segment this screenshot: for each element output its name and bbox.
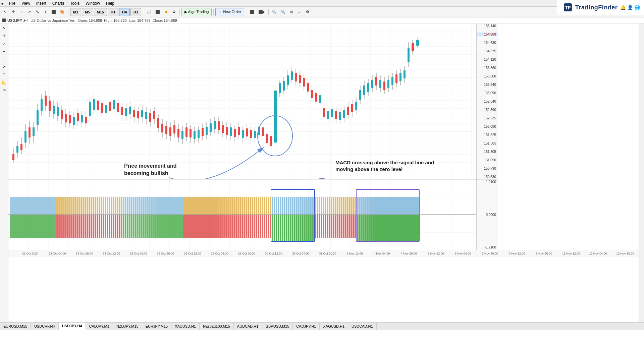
indicator-btn[interactable]: ⬛ [50, 8, 58, 16]
text-tool[interactable]: T [42, 8, 49, 16]
chart-main[interactable]: Price movement and becoming bullish MACD… [8, 23, 498, 179]
svg-rect-229 [379, 80, 381, 88]
svg-rect-546 [280, 197, 281, 215]
svg-rect-637 [377, 197, 379, 215]
tf-m15[interactable]: M15 [94, 8, 107, 16]
menu-file[interactable]: File [6, 1, 18, 6]
tf-m1[interactable]: M1 [70, 8, 81, 16]
svg-rect-129 [177, 129, 179, 137]
tab-cadjpy-h1[interactable]: CADJPY,H1 [293, 323, 320, 330]
chart-style-btn[interactable]: ⬛ [154, 8, 162, 16]
tab-usdcad-h1[interactable]: USDCAD,H1 [348, 323, 377, 330]
svg-rect-559 [306, 197, 308, 215]
lt-vline[interactable]: | [1, 56, 7, 62]
lt-arrow[interactable]: ↗ [1, 63, 7, 70]
line-tool[interactable]: ⟋ [17, 8, 25, 16]
sep5 [246, 9, 246, 15]
crosshair-tool[interactable]: ✛ [9, 8, 17, 16]
algo-trading-btn[interactable]: ▶ Algo Trading [181, 8, 212, 16]
svg-rect-468 [213, 197, 215, 215]
lt-text[interactable]: T [1, 71, 7, 78]
menu-view[interactable]: View [19, 1, 33, 6]
svg-rect-462 [201, 197, 203, 215]
chart-view-btn[interactable]: ⬛▸ [257, 8, 267, 16]
lt-cursor[interactable]: ↖ [1, 25, 7, 32]
tab-audcad-h1[interactable]: AUDCAD,H1 [234, 323, 262, 330]
time-label-17: 6 Nov 20:00 [476, 252, 503, 255]
color-btn[interactable]: 🎨 [58, 8, 66, 16]
arrow-tool[interactable]: ↗ [25, 8, 33, 16]
svg-rect-123 [165, 126, 167, 134]
svg-rect-312 [26, 215, 28, 238]
svg-rect-344 [91, 197, 92, 215]
svg-rect-315 [32, 215, 34, 238]
svg-rect-506 [201, 215, 203, 238]
time-label-7: 29 Oct 04:00 [206, 252, 233, 255]
svg-rect-531 [252, 215, 253, 238]
cursor-tool[interactable]: ↖ [1, 8, 9, 16]
svg-rect-624 [353, 215, 355, 238]
price-level-11: 152.590 [477, 108, 497, 112]
svg-rect-195 [311, 90, 313, 98]
lt-fib[interactable]: 📐 [1, 79, 7, 86]
chart-type-btn[interactable]: 📊 [145, 8, 153, 16]
tab-usdjpy-h4[interactable]: USDJPY,H4 [59, 323, 86, 330]
svg-rect-121 [161, 124, 163, 132]
tab-gbpusd-m15[interactable]: GBPUSD,M15 [262, 323, 293, 330]
zoom-out-btn[interactable]: 🔍 [279, 8, 287, 16]
tab-nzdjpy-m15[interactable]: NZDJPY,M15 [113, 323, 142, 330]
menu-tools[interactable]: Tools [67, 1, 82, 6]
svg-rect-370 [78, 215, 80, 238]
grid-btn[interactable]: ⊞ [288, 8, 295, 16]
svg-rect-438 [153, 215, 155, 238]
tf-m5[interactable]: M5 [82, 8, 93, 16]
tab-cadjpy-m1[interactable]: CADJPY,M1 [86, 323, 113, 330]
tab-eurjpy-m15[interactable]: EURJPY,M15 [142, 323, 171, 330]
svg-rect-431 [139, 215, 141, 238]
properties-btn[interactable]: ⚙ [304, 8, 311, 16]
lt-hline[interactable]: ─ [1, 48, 7, 55]
svg-rect-65 [49, 101, 51, 111]
time-label-12: 1 Nov 12:00 [341, 252, 368, 255]
svg-rect-283 [14, 197, 16, 215]
expert-btn[interactable]: ⚙ [170, 8, 178, 16]
tab-xauusd-h1[interactable]: XAUUSD,H1 [171, 323, 200, 330]
svg-rect-329 [60, 197, 62, 215]
menu-insert[interactable]: Insert [34, 1, 49, 6]
new-order-btn[interactable]: ＋ New Order [215, 8, 244, 16]
tf-d1[interactable]: D1 [130, 8, 141, 16]
tab-eurusd-m15[interactable]: EURUSD,M15 [0, 323, 31, 330]
lt-rect[interactable]: ▭ [1, 87, 7, 93]
zoom-in-btn[interactable]: 🔍 [270, 8, 278, 16]
draw-tool[interactable]: ✎ [34, 8, 41, 16]
svg-rect-319 [40, 215, 42, 238]
menu-help[interactable]: Help [103, 1, 117, 6]
svg-rect-501 [191, 215, 193, 238]
svg-rect-314 [30, 215, 32, 238]
lt-line[interactable]: ⟋ [1, 40, 7, 47]
svg-rect-292 [32, 197, 34, 215]
svg-rect-471 [219, 197, 221, 215]
tab-nasdaq100-m15[interactable]: Nasdaq100,M15 [200, 323, 234, 330]
template-btn[interactable]: ◼ [162, 8, 170, 16]
svg-rect-303 [54, 197, 56, 215]
svg-rect-221 [363, 86, 365, 95]
right-scrollbar[interactable] [639, 23, 644, 322]
tab-usdchf-h4[interactable]: USDCHF,H4 [31, 323, 59, 330]
svg-rect-654 [411, 197, 413, 215]
svg-rect-607 [319, 215, 320, 238]
svg-rect-594 [335, 197, 336, 215]
svg-rect-532 [254, 215, 255, 238]
menu-window[interactable]: Window [83, 1, 103, 6]
autoscroll-btn[interactable]: ↔ [296, 8, 303, 16]
lt-crosshair[interactable]: ✛ [1, 33, 7, 39]
svg-rect-205 [331, 109, 333, 117]
tab-xagusd-h1[interactable]: XAGUSD,H1 [320, 323, 348, 330]
depth-btn[interactable]: ⬛ [248, 8, 256, 16]
svg-rect-520 [229, 215, 231, 238]
menu-charts[interactable]: Charts [50, 1, 67, 6]
svg-text:Price movement and: Price movement and [124, 163, 177, 169]
tf-h4[interactable]: H4 [119, 8, 130, 16]
tf-h1[interactable]: H1 [108, 8, 118, 16]
svg-rect-418 [175, 197, 177, 215]
